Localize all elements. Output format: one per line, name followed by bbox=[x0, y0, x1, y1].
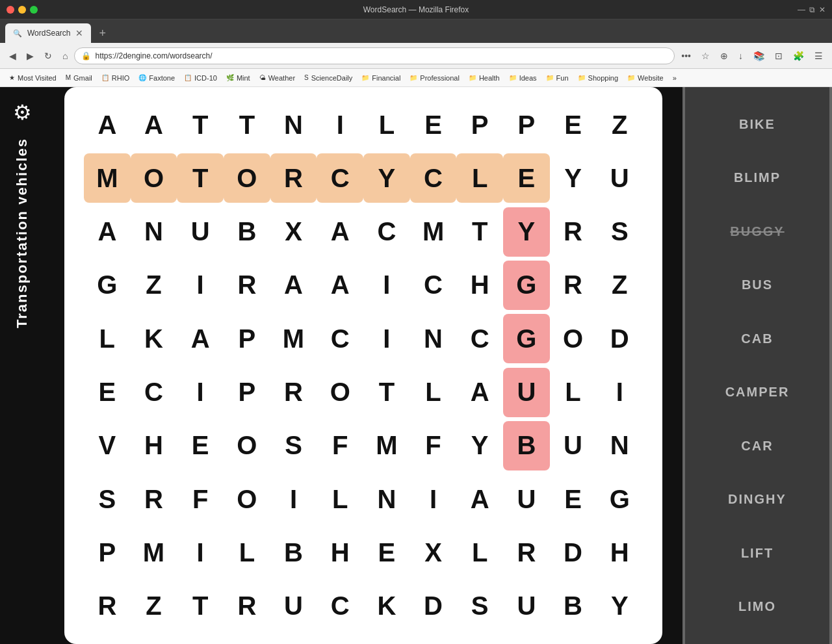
cell-0-5[interactable]: I bbox=[317, 100, 363, 149]
maximize-btn[interactable] bbox=[30, 6, 38, 14]
bookmark-sciencedaily[interactable]: S ScienceDaily bbox=[300, 73, 356, 83]
word-bike[interactable]: BIKE bbox=[739, 114, 775, 135]
cell-0-4[interactable]: N bbox=[270, 100, 317, 149]
cell-6-3[interactable]: O bbox=[224, 421, 270, 470]
active-tab[interactable]: 🔍 WordSearch ✕ bbox=[5, 23, 91, 43]
home-button[interactable]: ⌂ bbox=[58, 48, 72, 64]
more-bookmarks-button[interactable]: » bbox=[669, 73, 681, 83]
cell-0-10[interactable]: E bbox=[550, 100, 597, 149]
cell-9-0[interactable]: R bbox=[84, 582, 131, 631]
cell-3-2[interactable]: I bbox=[177, 261, 224, 310]
window-restore-icon[interactable]: ⧉ bbox=[809, 5, 815, 14]
zoom-button[interactable]: ⊕ bbox=[716, 48, 732, 64]
cell-1-3[interactable]: O bbox=[224, 153, 270, 203]
word-bus[interactable]: BUS bbox=[742, 275, 773, 295]
cell-9-4[interactable]: U bbox=[270, 582, 317, 631]
cell-5-1[interactable]: C bbox=[131, 368, 177, 417]
cell-9-8[interactable]: S bbox=[456, 582, 503, 631]
cell-3-11[interactable]: Z bbox=[596, 261, 643, 310]
settings-icon[interactable]: ⚙ bbox=[13, 100, 32, 125]
back-button[interactable]: ◀ bbox=[5, 48, 20, 64]
cell-7-5[interactable]: L bbox=[317, 474, 363, 524]
cell-5-3[interactable]: P bbox=[224, 368, 270, 417]
cell-0-9[interactable]: P bbox=[503, 100, 550, 149]
cell-1-11[interactable]: U bbox=[596, 153, 643, 203]
downloads-button[interactable]: ↓ bbox=[734, 48, 747, 64]
cell-4-11[interactable]: D bbox=[596, 314, 643, 363]
cell-7-2[interactable]: F bbox=[177, 474, 224, 524]
cell-2-7[interactable]: M bbox=[410, 207, 457, 257]
cell-4-1[interactable]: K bbox=[131, 314, 177, 363]
minimize-btn[interactable] bbox=[18, 6, 26, 14]
refresh-button[interactable]: ↻ bbox=[40, 48, 56, 64]
cell-8-6[interactable]: E bbox=[363, 528, 410, 578]
cell-2-0[interactable]: A bbox=[84, 207, 131, 257]
cell-9-10[interactable]: B bbox=[550, 582, 597, 631]
cell-9-1[interactable]: Z bbox=[131, 582, 177, 631]
bookmark-mint[interactable]: 🌿 Mint bbox=[222, 73, 254, 83]
cell-3-4[interactable]: A bbox=[270, 261, 317, 310]
cell-0-6[interactable]: L bbox=[363, 100, 410, 149]
reader-view-button[interactable]: ⊡ bbox=[771, 48, 786, 64]
cell-8-7[interactable]: X bbox=[410, 528, 457, 578]
cell-8-4[interactable]: B bbox=[270, 528, 317, 578]
cell-0-8[interactable]: P bbox=[456, 100, 503, 149]
cell-1-0[interactable]: M bbox=[84, 153, 131, 203]
word-car[interactable]: CAR bbox=[741, 436, 773, 456]
cell-1-9[interactable]: E bbox=[503, 153, 550, 203]
word-lift[interactable]: LIFT bbox=[741, 543, 774, 563]
word-camper[interactable]: CAMPER bbox=[725, 382, 790, 402]
cell-7-1[interactable]: R bbox=[131, 474, 177, 524]
cell-4-9[interactable]: G bbox=[503, 314, 550, 363]
cell-3-1[interactable]: Z bbox=[131, 261, 177, 310]
cell-4-2[interactable]: A bbox=[177, 314, 224, 363]
cell-0-2[interactable]: T bbox=[177, 100, 224, 149]
word-search-grid[interactable]: A A T T N I L E P P E Z M O T O R C bbox=[64, 87, 662, 644]
bookmark-weather[interactable]: 🌤 Weather bbox=[255, 73, 299, 83]
cell-0-11[interactable]: Z bbox=[596, 100, 643, 149]
close-btn[interactable] bbox=[6, 6, 14, 14]
word-dinghy[interactable]: DINGHY bbox=[728, 489, 786, 509]
cell-2-5[interactable]: A bbox=[317, 207, 363, 257]
cell-4-5[interactable]: C bbox=[317, 314, 363, 363]
word-buggy[interactable]: BUGGY bbox=[730, 222, 784, 242]
cell-1-1[interactable]: O bbox=[131, 153, 177, 203]
word-limo[interactable]: LIMO bbox=[738, 597, 776, 617]
cell-2-9[interactable]: Y bbox=[503, 207, 550, 257]
cell-4-4[interactable]: M bbox=[270, 314, 317, 363]
bookmark-gmail[interactable]: M Gmail bbox=[62, 73, 96, 83]
cell-2-1[interactable]: N bbox=[131, 207, 177, 257]
cell-6-7[interactable]: F bbox=[410, 421, 457, 470]
cell-8-9[interactable]: R bbox=[503, 528, 550, 578]
cell-5-10[interactable]: L bbox=[550, 368, 597, 417]
address-bar[interactable]: 🔒 https://2dengine.com/wordsearch/ bbox=[74, 47, 675, 64]
cell-8-3[interactable]: L bbox=[224, 528, 270, 578]
cell-6-10[interactable]: U bbox=[550, 421, 597, 470]
bookmark-faxtone[interactable]: 🌐 Faxtone bbox=[135, 73, 179, 83]
forward-button[interactable]: ▶ bbox=[23, 48, 38, 64]
word-blimp[interactable]: BLIMP bbox=[734, 168, 781, 188]
cell-7-7[interactable]: I bbox=[410, 474, 457, 524]
more-options-button[interactable]: ••• bbox=[677, 48, 695, 64]
cell-4-3[interactable]: P bbox=[224, 314, 270, 363]
extensions-button[interactable]: 🧩 bbox=[789, 48, 808, 64]
bookmark-rhio[interactable]: 📋 RHIO bbox=[98, 73, 134, 83]
cell-9-5[interactable]: C bbox=[317, 582, 363, 631]
cell-0-7[interactable]: E bbox=[410, 100, 457, 149]
cell-7-0[interactable]: S bbox=[84, 474, 131, 524]
cell-6-0[interactable]: V bbox=[84, 421, 131, 470]
cell-5-2[interactable]: I bbox=[177, 368, 224, 417]
bookmark-ideas[interactable]: 📁 Ideas bbox=[505, 73, 541, 83]
cell-0-1[interactable]: A bbox=[131, 100, 177, 149]
cell-1-4[interactable]: R bbox=[270, 153, 317, 203]
cell-9-11[interactable]: Y bbox=[596, 582, 643, 631]
cell-8-2[interactable]: I bbox=[177, 528, 224, 578]
cell-7-9[interactable]: U bbox=[503, 474, 550, 524]
cell-3-10[interactable]: R bbox=[550, 261, 597, 310]
bookmark-star-button[interactable]: ☆ bbox=[697, 48, 714, 64]
cell-7-10[interactable]: E bbox=[550, 474, 597, 524]
cell-8-11[interactable]: H bbox=[596, 528, 643, 578]
cell-3-7[interactable]: C bbox=[410, 261, 457, 310]
cell-4-10[interactable]: O bbox=[550, 314, 597, 363]
cell-6-8[interactable]: Y bbox=[456, 421, 503, 470]
